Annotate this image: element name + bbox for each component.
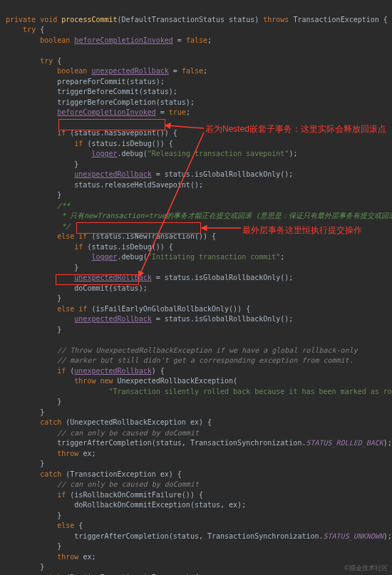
code-line: else { <box>6 522 83 529</box>
code-line: } <box>6 408 44 416</box>
annotation-outer: 最外层事务这里恒执行提交操作 <box>242 224 362 237</box>
code-line: /** <box>6 202 70 209</box>
code-line: try { <box>6 26 44 33</box>
code-line: } <box>6 326 61 333</box>
code-line: } <box>6 460 44 467</box>
code-line: } <box>6 563 44 571</box>
code-line: if (status.hasSavepoint()) { <box>6 129 177 137</box>
code-line: if (status.isDebug()) { <box>6 243 173 251</box>
code-line: } <box>6 512 61 519</box>
code-line: if (isRollbackOnCommitFailure()) { <box>6 491 203 499</box>
code-line: } <box>6 398 61 405</box>
code-line: throw ex; <box>6 553 96 561</box>
code-line: // can only be caused by doCommit <box>6 429 199 437</box>
code-line: // can only be caused by doCommit <box>6 480 199 488</box>
code-line: throw new UnexpectedRollbackException( <box>6 377 237 385</box>
code-line: boolean beforeCompletionInvoked = false; <box>6 36 212 44</box>
code-line: unexpectedRollback = status.isGlobalRoll… <box>6 274 293 281</box>
code-line: catch (TransactionException ex) { <box>6 470 182 478</box>
code-line: boolean unexpectedRollback = false; <box>6 67 207 75</box>
watermark: ©掘金技术社区 <box>344 564 388 573</box>
code-line: try { <box>6 57 61 65</box>
code-line: private void processCommit(DefaultTransa… <box>6 16 388 24</box>
code-line: unexpectedRollback = status.isGlobalRoll… <box>6 170 293 178</box>
code-block: private void processCommit(DefaultTransa… <box>0 0 392 575</box>
code-line: catch (UnexpectedRollbackException ex) { <box>6 418 212 426</box>
code-line: * 只有newTransaction=true的事务才能正在提交或回滚 (意思是… <box>6 212 392 219</box>
code-line: triggerAfterCompletion(status, Transacti… <box>6 532 392 540</box>
code-line: logger.debug("Releasing transaction save… <box>6 150 297 157</box>
code-line: status.releaseHeldSavepoint(); <box>6 181 203 189</box>
code-line: if (status.isDebug()) { <box>6 140 173 147</box>
code-line: */ <box>6 222 70 230</box>
code-line: prepareForCommit(status); <box>6 78 165 86</box>
code-line: triggerAfterCompletion(status, Transacti… <box>6 439 392 447</box>
code-line: "Transaction silently rolled back becaus… <box>6 388 392 395</box>
code-line: } <box>6 294 61 302</box>
code-line: // Throw UnexpectedRollbackException if … <box>6 346 358 354</box>
code-line: else if (isFailEarlyOnGlobalRollbackOnly… <box>6 305 250 313</box>
code-line: else if (status.isNewTransaction()) { <box>6 232 216 240</box>
code-line: } <box>6 191 61 199</box>
annotation-nested: 若为Nested嵌套子事务：这里实际会释放回滚点 <box>205 123 386 135</box>
code-line: doCommit(status); <box>6 284 148 292</box>
code-line: triggerBeforeCommit(status); <box>6 88 177 95</box>
code-line: beforeCompletionInvoked = true; <box>6 108 190 116</box>
code-line: throw ex; <box>6 450 96 457</box>
code-line: logger.debug("Initiating transaction com… <box>6 253 284 261</box>
code-line: // marker but still didn't get a corresp… <box>6 356 354 364</box>
code-line: triggerBeforeCompletion(status); <box>6 98 195 106</box>
code-line: if (unexpectedRollback) { <box>6 367 165 375</box>
code-line: } <box>6 264 78 271</box>
code-line: doRollbackOnCommitException(status, ex); <box>6 501 246 509</box>
code-line: unexpectedRollback = status.isGlobalRoll… <box>6 315 293 323</box>
code-line: } <box>6 542 61 550</box>
code-line: } <box>6 160 78 168</box>
